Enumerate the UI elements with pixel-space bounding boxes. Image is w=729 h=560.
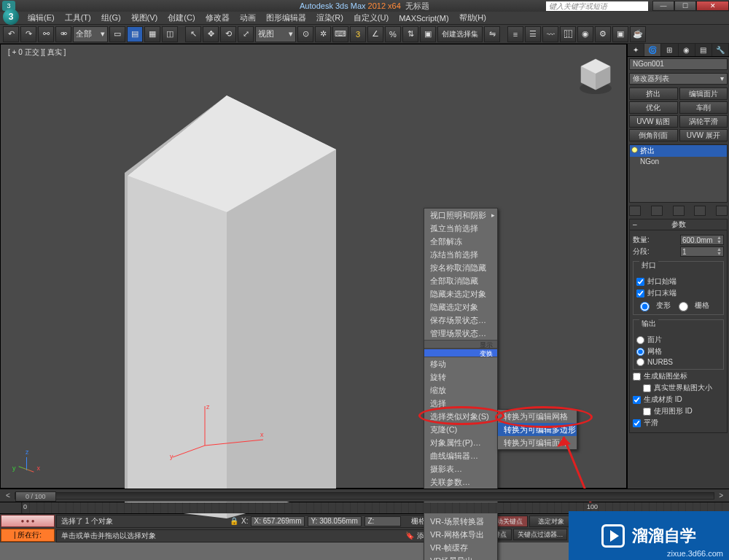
btn-lathe[interactable]: 车削 — [679, 101, 728, 114]
schematic-view-button[interactable]: ⿲ — [560, 26, 576, 42]
ctx-scale[interactable]: 缩放 — [424, 384, 497, 397]
menu-graph-editors[interactable]: 图形编辑器 — [262, 12, 311, 24]
time-slider[interactable]: < 0 / 100 > — [0, 489, 729, 502]
ctx-vr-framebuffer[interactable]: VR-帧缓存 — [424, 541, 497, 554]
tab-utilities[interactable]: 🔧 — [712, 44, 729, 56]
selected-key-button[interactable]: 选定对象 — [529, 516, 573, 527]
selection-filter-dropdown[interactable]: 全部▾ — [73, 26, 108, 42]
menu-views[interactable]: 视图(V) — [127, 12, 163, 24]
pin-stack-button[interactable] — [629, 206, 641, 216]
output-patch-radio[interactable] — [636, 336, 644, 344]
menu-rendering[interactable]: 渲染(R) — [312, 12, 348, 24]
ctx-vr-mesh-export[interactable]: VR-网格体导出 — [424, 528, 497, 541]
btn-edit-patch[interactable]: 编辑面片 — [679, 88, 728, 100]
ctx-move[interactable]: 移动 — [424, 357, 497, 370]
select-by-name-button[interactable]: ▤ — [127, 26, 143, 42]
btn-bevel-profile[interactable]: 倒角剖面 — [629, 129, 678, 141]
stack-item-ngon[interactable]: NGon — [630, 157, 727, 166]
modifier-list-dropdown[interactable]: 修改器列表▾ — [629, 73, 728, 85]
render-setup-button[interactable]: ⚙ — [595, 26, 611, 42]
tab-motion[interactable]: ◉ — [679, 44, 695, 56]
output-nurbs-radio[interactable] — [636, 358, 644, 366]
spinner-snap-button[interactable]: ⇅ — [402, 26, 418, 42]
tab-modify[interactable]: 🌀 — [644, 44, 661, 56]
help-search-input[interactable]: 键入关键字或短语 — [546, 1, 648, 11]
named-sel-button[interactable]: ▣ — [420, 26, 436, 42]
time-slider-track[interactable]: 0 / 100 — [15, 492, 714, 499]
scale-button[interactable]: ⤢ — [238, 26, 254, 42]
quick-render-button[interactable]: ☕ — [630, 26, 646, 42]
coord-z-field[interactable]: Z: — [364, 516, 401, 526]
tab-hierarchy[interactable]: ⊞ — [661, 44, 678, 56]
select-button[interactable]: ↖ — [185, 26, 201, 42]
cap-start-checkbox[interactable] — [636, 278, 644, 286]
show-end-result-button[interactable] — [651, 206, 663, 216]
menu-maxscript[interactable]: MAXScript(M) — [394, 13, 453, 23]
use-shape-id-checkbox[interactable] — [643, 408, 651, 416]
close-button[interactable]: ✕ — [696, 1, 729, 11]
stack-item-extrude[interactable]: 挤出 — [630, 145, 727, 157]
btn-turbosmooth[interactable]: 涡轮平滑 — [679, 115, 728, 128]
named-selection-dropdown[interactable]: 创建选择集 — [437, 26, 483, 42]
application-menu-button[interactable]: 3 — [3, 9, 19, 25]
menu-tools[interactable]: 工具(T) — [61, 12, 95, 24]
menu-animation[interactable]: 动画 — [235, 12, 260, 24]
ctx-unhide-by-name[interactable]: 按名称取消隐藏 — [424, 261, 497, 274]
ctx-convert-editable-poly[interactable]: 转换为可编辑多边形 — [498, 423, 577, 436]
redo-button[interactable]: ↷ — [20, 26, 36, 42]
rect-region-button[interactable]: ▦ — [144, 26, 160, 42]
track-bar-toggle[interactable] — [0, 502, 22, 513]
mirror-button[interactable]: ⇋ — [484, 26, 500, 42]
modifier-stack[interactable]: 挤出 NGon — [629, 144, 728, 203]
menu-help[interactable]: 帮助(H) — [455, 12, 491, 24]
amount-spinner[interactable]: 600.0mm▲▼ — [680, 235, 724, 245]
time-slider-knob[interactable]: 0 / 100 — [15, 491, 56, 502]
keyboard-shortcut-button[interactable]: ⌨ — [332, 26, 348, 42]
rollout-parameters-header[interactable]: 参数 — [629, 219, 728, 230]
menu-edit[interactable]: 编辑(E) — [23, 12, 59, 24]
visibility-bulb-icon[interactable] — [631, 147, 638, 153]
grid-radio[interactable] — [679, 302, 688, 311]
menu-customize[interactable]: 自定义(U) — [349, 12, 393, 24]
ctx-convert-editable-patch[interactable]: 转换为可编辑面片 — [498, 436, 577, 449]
smooth-checkbox[interactable] — [633, 419, 641, 427]
angle-snap-button[interactable]: ∠ — [367, 26, 383, 42]
maximize-button[interactable]: ☐ — [674, 1, 696, 11]
cap-end-checkbox[interactable] — [636, 289, 644, 298]
undo-button[interactable]: ↶ — [3, 26, 19, 42]
link-button[interactable]: ⚯ — [38, 26, 54, 42]
percent-snap-button[interactable]: % — [385, 26, 401, 42]
location-indicator[interactable]: | 所在行: — [1, 529, 55, 542]
material-editor-button[interactable]: ◉ — [577, 26, 593, 42]
gen-mapping-checkbox[interactable] — [633, 373, 641, 381]
select-object-button[interactable]: ▭ — [109, 26, 125, 42]
make-unique-button[interactable] — [673, 206, 685, 216]
gen-mat-id-checkbox[interactable] — [633, 396, 641, 404]
object-name-field[interactable]: NGon001 — [629, 58, 728, 70]
btn-extrude[interactable]: 挤出 — [629, 88, 678, 100]
segments-spinner[interactable]: 1▲▼ — [680, 246, 724, 257]
ctx-wire-params[interactable]: 关联参数… — [424, 475, 497, 489]
viewcube[interactable] — [575, 55, 616, 96]
ctx-object-props[interactable]: 对象属性(P)… — [424, 436, 497, 449]
output-mesh-radio[interactable] — [636, 348, 644, 356]
tab-create[interactable]: ✦ — [628, 44, 644, 56]
window-crossing-button[interactable]: ◫ — [162, 26, 178, 42]
ctx-viewport-lighting[interactable]: 视口照明和阴影 — [424, 209, 497, 222]
morph-radio[interactable] — [640, 302, 650, 311]
ctx-rotate[interactable]: 旋转 — [424, 370, 497, 384]
menu-modifiers[interactable]: 修改器 — [201, 12, 234, 24]
ctx-vr-scene-export[interactable]: VR场景导出 — [424, 554, 497, 560]
ctx-hide-selection[interactable]: 隐藏选定对象 — [424, 300, 497, 314]
ctx-select[interactable]: 选择 — [424, 397, 497, 410]
ctx-curve-editor[interactable]: 曲线编辑器… — [424, 449, 497, 462]
time-tag-icon[interactable]: 🔖 — [405, 530, 414, 542]
align-button[interactable]: ≡ — [507, 26, 523, 42]
remove-modifier-button[interactable] — [694, 206, 706, 216]
real-world-checkbox[interactable] — [643, 384, 651, 392]
ctx-hide-unselected[interactable]: 隐藏未选定对象 — [424, 287, 497, 300]
key-filters-button[interactable]: 关键点过滤器… — [513, 529, 567, 540]
curve-editor-button[interactable]: 〰 — [542, 26, 558, 42]
configure-sets-button[interactable] — [716, 206, 728, 216]
pivot-button[interactable]: ⊙ — [297, 26, 313, 42]
